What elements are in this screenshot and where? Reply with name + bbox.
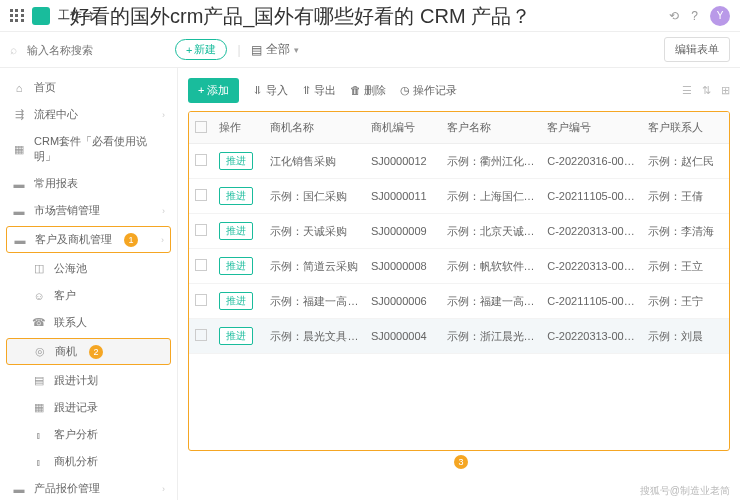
cell-cust: 示例：帆软软件有限公司 (441, 249, 542, 284)
add-button[interactable]: + 添加 (188, 78, 239, 103)
sidebar-item-商机分析[interactable]: ⫾商机分析 (0, 448, 177, 475)
sidebar-item-label: 市场营销管理 (34, 203, 100, 218)
sidebar-item-客户分析[interactable]: ⫾客户分析 (0, 421, 177, 448)
row-checkbox[interactable] (195, 329, 207, 341)
sidebar-item-label: 联系人 (54, 315, 87, 330)
logo-icon (32, 7, 50, 25)
table-row[interactable]: 推进示例：晨光文具设备…SJ0000004示例：浙江晨光文具…C-2022031… (189, 319, 729, 354)
sort-icon[interactable]: ⇅ (702, 84, 711, 97)
cell-cust: 示例：衢州江化集团 (441, 144, 542, 179)
sidebar-item-label: 流程中心 (34, 107, 78, 122)
sidebar-item-商机[interactable]: ◎商机2 (6, 338, 171, 365)
cell-ccode: C-20220316-0000001 (541, 144, 642, 179)
sidebar-item-跟进计划[interactable]: ▤跟进计划 (0, 367, 177, 394)
view-selector[interactable]: ▤ 全部 ▾ (251, 41, 299, 58)
sidebar-item-首页[interactable]: ⌂首页 (0, 74, 177, 101)
home-icon: ⌂ (12, 81, 26, 95)
sidebar-item-常用报表[interactable]: ▬常用报表 (0, 170, 177, 197)
apps-icon[interactable] (10, 9, 24, 23)
folder-icon: ▬ (12, 177, 26, 191)
chevron-right-icon: › (162, 206, 165, 216)
cell-cust: 示例：上海国仁有限… (441, 179, 542, 214)
searchbar: ⌕ +新建 | ▤ 全部 ▾ 编辑表单 (0, 32, 740, 68)
table-row[interactable]: 推进示例：简道云采购SJ0000008示例：帆软软件有限公司C-20220313… (189, 249, 729, 284)
row-checkbox[interactable] (195, 189, 207, 201)
row-checkbox[interactable] (195, 154, 207, 166)
row-checkbox[interactable] (195, 224, 207, 236)
list-icon: ▤ (251, 43, 262, 57)
select-all-checkbox[interactable] (195, 121, 207, 133)
push-button[interactable]: 推进 (219, 187, 253, 205)
sidebar-item-label: 常用报表 (34, 176, 78, 191)
filter-icon[interactable]: ☰ (682, 84, 692, 97)
column-header[interactable]: 客户编号 (541, 112, 642, 144)
cell-contact: 示例：赵仁民 (642, 144, 729, 179)
row-checkbox[interactable] (195, 259, 207, 271)
edit-form-button[interactable]: 编辑表单 (664, 37, 730, 62)
sidebar-item-label: 商机 (55, 344, 77, 359)
cell-name: 示例：晨光文具设备… (264, 319, 365, 354)
cell-cust: 示例：福建一高集团 (441, 284, 542, 319)
push-button[interactable]: 推进 (219, 292, 253, 310)
sidebar-item-客户及商机管理[interactable]: ▬客户及商机管理1› (6, 226, 171, 253)
folder-icon: ▬ (12, 482, 26, 496)
push-button[interactable]: 推进 (219, 152, 253, 170)
plan-icon: ▤ (32, 374, 46, 388)
delete-button[interactable]: 🗑 删除 (350, 83, 386, 98)
column-header[interactable]: 商机名称 (264, 112, 365, 144)
search-input[interactable] (27, 44, 165, 56)
cell-code: SJ0000009 (365, 214, 441, 249)
row-checkbox[interactable] (195, 294, 207, 306)
sidebar-item-跟进记录[interactable]: ▦跟进记录 (0, 394, 177, 421)
push-button[interactable]: 推进 (219, 257, 253, 275)
sidebar-item-公海池[interactable]: ◫公海池 (0, 255, 177, 282)
sidebar-item-label: 产品报价管理 (34, 481, 100, 496)
contact-icon: ☎ (32, 316, 46, 330)
chevron-right-icon: › (162, 110, 165, 120)
push-button[interactable]: 推进 (219, 222, 253, 240)
recycle-icon[interactable]: ⟲ (669, 9, 679, 23)
sidebar-item-产品报价管理[interactable]: ▬产品报价管理› (0, 475, 177, 500)
column-header[interactable]: 客户联系人 (642, 112, 729, 144)
export-button[interactable]: ⥣ 导出 (302, 83, 336, 98)
column-header[interactable]: 客户名称 (441, 112, 542, 144)
sidebar-item-label: 跟进计划 (54, 373, 98, 388)
sidebar-item-联系人[interactable]: ☎联系人 (0, 309, 177, 336)
table-row[interactable]: 推进江化销售采购SJ0000012示例：衢州江化集团C-20220316-000… (189, 144, 729, 179)
settings-icon[interactable]: ⊞ (721, 84, 730, 97)
help-icon[interactable]: ? (691, 9, 698, 23)
new-button[interactable]: +新建 (175, 39, 227, 60)
sidebar-item-label: CRM套件「必看使用说明」 (34, 134, 165, 164)
cell-code: SJ0000006 (365, 284, 441, 319)
user-icon: ☺ (32, 289, 46, 303)
cell-contact: 示例：刘晨 (642, 319, 729, 354)
sidebar-item-CRM套件「必看使用说明」[interactable]: ▦CRM套件「必看使用说明」 (0, 128, 177, 170)
push-button[interactable]: 推进 (219, 327, 253, 345)
cell-ccode: C-20220313-0000002 (541, 214, 642, 249)
cell-ccode: C-20211105-0000004 (541, 284, 642, 319)
content-toolbar: + 添加 ⥥ 导入 ⥣ 导出 🗑 删除 ◷ 操作记录 ☰ ⇅ ⊞ (188, 78, 730, 103)
search-icon: ⌕ (10, 43, 17, 57)
table-row[interactable]: 推进示例：福建一高3月订单SJ0000006示例：福建一高集团C-2021110… (189, 284, 729, 319)
flow-icon: ⇶ (12, 108, 26, 122)
folder-icon: ▬ (13, 233, 27, 247)
cell-cust: 示例：北京天诚软件… (441, 214, 542, 249)
avatar[interactable]: Y (710, 6, 730, 26)
sidebar-item-市场营销管理[interactable]: ▬市场营销管理› (0, 197, 177, 224)
cell-contact: 示例：王宁 (642, 284, 729, 319)
table-row[interactable]: 推进示例：天诚采购SJ0000009示例：北京天诚软件…C-20220313-0… (189, 214, 729, 249)
sidebar-item-label: 首页 (34, 80, 56, 95)
sidebar-item-label: 公海池 (54, 261, 87, 276)
cell-code: SJ0000012 (365, 144, 441, 179)
table-row[interactable]: 推进示例：国仁采购SJ0000011示例：上海国仁有限…C-20211105-0… (189, 179, 729, 214)
sidebar-item-客户[interactable]: ☺客户 (0, 282, 177, 309)
page-overlay-title: 好看的国外crm产品_国外有哪些好看的 CRM 产品？ (70, 3, 531, 30)
column-header[interactable]: 商机编号 (365, 112, 441, 144)
cell-name: 江化销售采购 (264, 144, 365, 179)
column-header[interactable]: 操作 (213, 112, 264, 144)
cell-ccode: C-20211105-0000001 (541, 179, 642, 214)
biz-icon: ◎ (33, 345, 47, 359)
sidebar-item-流程中心[interactable]: ⇶流程中心› (0, 101, 177, 128)
import-button[interactable]: ⥥ 导入 (253, 83, 287, 98)
oplog-button[interactable]: ◷ 操作记录 (400, 83, 457, 98)
